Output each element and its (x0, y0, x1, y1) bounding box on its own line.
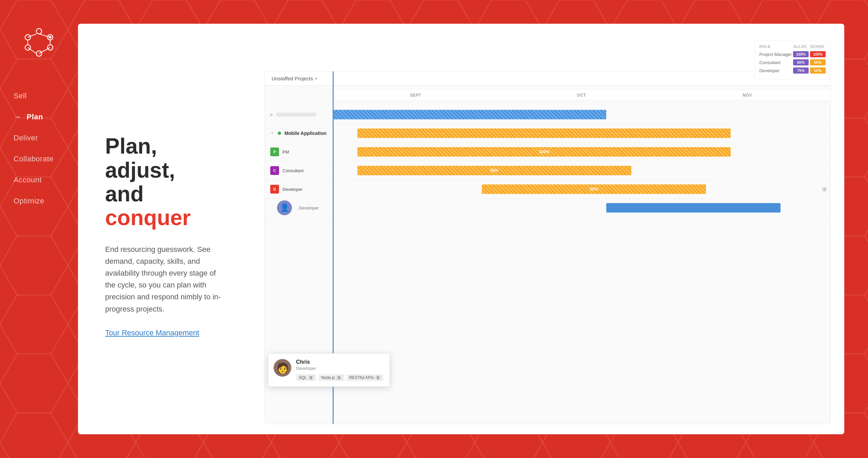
role-row-developer: Developer 75% 50% (760, 67, 826, 74)
viz-panel: ROLE ALLOC SCHED Project Manager 100% 10… (254, 24, 844, 434)
developer-timeline: 50% (333, 180, 830, 198)
tooltip-person-role: Developer (296, 366, 384, 371)
bar-consultant: 50% (357, 166, 631, 175)
developer-row-label: D Developer ⊕ (265, 185, 333, 194)
second-dev-avatar: 👤 (277, 200, 292, 215)
sidebar-item-plan[interactable]: → Plan (14, 113, 78, 121)
month-oct: OCT (498, 93, 664, 98)
sidebar-item-label-collaborate: Collaborate (14, 155, 54, 163)
developer-role-icon: D (270, 185, 279, 194)
consultant-row-title: Consultant (282, 168, 303, 173)
sidebar-item-label-plan: Plan (27, 113, 43, 121)
sched-col-header: SCHED (809, 44, 826, 48)
alloc-col-header: ALLOC (792, 44, 809, 48)
project-row-label: ▼ Mobile Application (265, 131, 333, 136)
role-col-header: ROLE (760, 44, 792, 48)
description-text: End resourcing guesswork. See demand, ca… (105, 243, 227, 315)
consultant-timeline: 50% (333, 161, 830, 180)
month-sept: SEPT (333, 93, 498, 98)
nav-items: Sell → Plan Deliver Collaborate Account … (0, 92, 78, 205)
timeline-header: SEPT OCT NOV (333, 90, 830, 101)
role-table-header: ROLE ALLOC SCHED (760, 44, 826, 48)
alloc-badge-pm: 100% (793, 51, 809, 57)
svg-point-0 (36, 28, 42, 34)
project-selector[interactable]: Unstaffed Projects ▾ (272, 76, 317, 81)
alloc-badge-consultant: 60% (793, 59, 809, 65)
collapsed-placeholder (276, 113, 317, 117)
bar-row0-blue (333, 110, 606, 119)
bar-mobile-project (357, 128, 731, 138)
pm-row-title: PM (282, 150, 289, 155)
sidebar-item-optimize[interactable]: Optimize (14, 197, 78, 205)
skill-nodejs: Node.js 5 (318, 374, 344, 381)
role-name-pm: Project Manager (760, 52, 792, 57)
tooltip-person-name: Chris (296, 359, 384, 365)
developer-role-row: D Developer ⊕ 50% (265, 180, 830, 199)
skill-restful: RESTful APIs 5 (347, 374, 383, 381)
role-name-developer: Developer (760, 68, 792, 73)
sidebar-item-account[interactable]: Account (14, 176, 78, 184)
role-allocation-table: ROLE ALLOC SCHED Project Manager 100% 10… (754, 41, 831, 79)
text-panel: Plan, adjust, and conquer End resourcing… (78, 24, 254, 434)
collapsed-label: ▶ (265, 112, 333, 117)
svg-line-10 (28, 47, 36, 54)
role-row-consultant: Consultant 60% 50% (760, 59, 826, 65)
active-arrow-icon: → (14, 113, 21, 121)
pm-timeline: 100% (333, 143, 830, 161)
alloc-badge-developer: 75% (793, 67, 809, 74)
sidebar-item-collaborate[interactable]: Collaborate (14, 155, 78, 163)
project-row-mobile: ▼ Mobile Application (265, 124, 830, 143)
main-card: Plan, adjust, and conquer End resourcing… (78, 24, 844, 434)
gantt-header: Unstaffed Projects ▾ (265, 72, 830, 86)
project-expand-icon[interactable]: ▼ (270, 131, 274, 136)
chevron-down-icon: ▾ (315, 76, 317, 81)
project-status-dot (278, 132, 281, 135)
project-name: Mobile Application (284, 131, 327, 136)
svg-line-12 (28, 34, 36, 37)
second-dev-timeline (333, 199, 830, 217)
svg-line-9 (39, 47, 50, 54)
second-dev-role: Developer (299, 205, 319, 211)
person-tooltip: 🧑 Chris Developer SQL 3 Node.js 5 RESTfu… (268, 353, 390, 387)
consultant-role-row: C Consultant 50% (265, 161, 830, 180)
sidebar-item-label-account: Account (14, 176, 42, 184)
consultant-role-icon: C (270, 166, 279, 175)
logo[interactable] (24, 27, 54, 58)
sidebar-item-label-optimize: Optimize (14, 197, 44, 205)
bar-second-developer (606, 203, 781, 213)
expand-icon[interactable]: ▶ (270, 112, 273, 117)
pm-row-label: P PM (265, 147, 333, 156)
project-timeline (333, 124, 830, 142)
tooltip-info: Chris Developer SQL 3 Node.js 5 RESTful … (296, 359, 384, 381)
skill-sql: SQL 3 (296, 374, 316, 381)
bar-developer: 50% (482, 184, 706, 194)
sidebar-item-sell[interactable]: Sell (14, 92, 78, 100)
sched-badge-consultant: 50% (810, 59, 826, 65)
avatar-image: 🧑 (276, 362, 289, 374)
bar-pm: 100% (357, 147, 731, 157)
sidebar-item-label-sell: Sell (14, 92, 27, 100)
tour-link[interactable]: Tour Resource Management (105, 328, 227, 337)
pm-role-row: P PM 100% (265, 143, 830, 161)
sidebar-item-deliver[interactable]: Deliver (14, 134, 78, 142)
skill-tags: SQL 3 Node.js 5 RESTful APIs 5 (296, 374, 384, 381)
sched-badge-pm: 100% (810, 51, 826, 57)
consultant-row-label: C Consultant (265, 166, 333, 175)
sidebar: Sell → Plan Deliver Collaborate Account … (0, 0, 78, 458)
headline: Plan, adjust, and conquer (105, 134, 227, 230)
sidebar-item-label-deliver: Deliver (14, 134, 38, 142)
role-row-pm: Project Manager 100% 100% (760, 51, 826, 57)
collapsed-row: ▶ (265, 105, 830, 124)
month-nov: NOV (665, 93, 830, 98)
tooltip-avatar: 🧑 (274, 359, 291, 377)
developer-row-title: Developer (282, 187, 302, 192)
second-dev-label: 👤 Developer (265, 200, 333, 215)
sched-badge-developer: 50% (810, 67, 826, 74)
second-developer-row: 👤 Developer (265, 199, 830, 217)
pm-role-icon: P (270, 147, 279, 156)
role-name-consultant: Consultant (760, 60, 792, 65)
row0-timeline (333, 105, 830, 124)
